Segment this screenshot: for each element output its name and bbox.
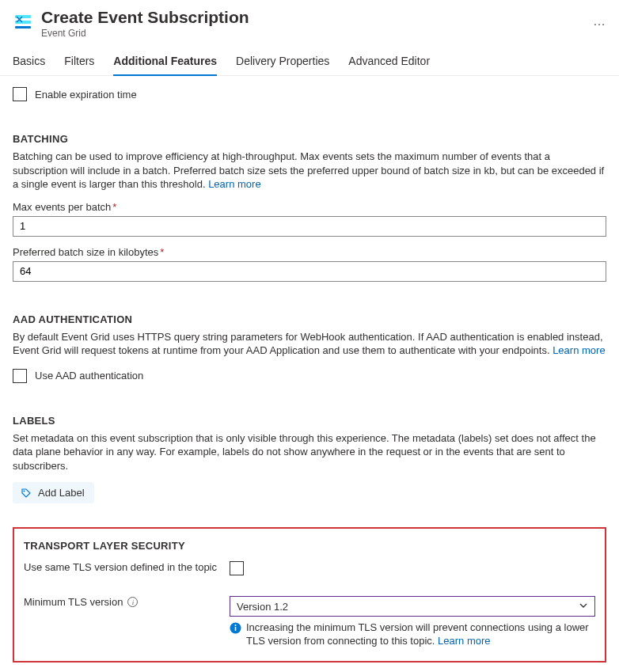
batching-title: BATCHING (13, 133, 606, 145)
batching-section: BATCHING Batching can be used to improve… (13, 133, 606, 282)
tls-info-message: Increasing the minimum TLS version will … (230, 621, 595, 648)
tab-bar: Basics Filters Additional Features Deliv… (0, 48, 619, 76)
tls-title: TRANSPORT LAYER SECURITY (24, 540, 595, 552)
labels-section: LABELS Set metadata on this event subscr… (13, 415, 606, 504)
tls-same-version-label: Use same TLS version defined in the topi… (24, 561, 230, 573)
tls-min-version-select[interactable]: Version 1.2 (230, 596, 595, 617)
svg-point-6 (235, 625, 237, 626)
aad-learn-more-link[interactable]: Learn more (553, 344, 605, 356)
batching-learn-more-link[interactable]: Learn more (208, 178, 260, 190)
enable-expiration-checkbox[interactable] (13, 87, 27, 101)
max-events-label: Max events per batch* (13, 201, 606, 213)
info-icon (230, 622, 241, 634)
aad-section: AAD AUTHENTICATION By default Event Grid… (13, 313, 606, 383)
svg-point-3 (24, 490, 25, 492)
use-aad-checkbox[interactable] (13, 369, 27, 383)
tab-delivery-properties[interactable]: Delivery Properties (236, 48, 329, 75)
page-subtitle: Event Grid (41, 28, 587, 39)
tab-advanced-editor[interactable]: Advanced Editor (348, 48, 430, 75)
svg-rect-5 (235, 627, 237, 631)
tab-additional-features[interactable]: Additional Features (113, 48, 217, 75)
page-header: Create Event Subscription Event Grid … (13, 0, 606, 45)
tls-section: TRANSPORT LAYER SECURITY Use same TLS ve… (13, 527, 606, 663)
tls-min-version-label: Minimum TLS version i (24, 596, 230, 608)
info-icon[interactable]: i (127, 597, 138, 607)
use-aad-label: Use AAD authentication (35, 370, 143, 382)
aad-description: By default Event Grid uses HTTPS query s… (13, 330, 606, 358)
tag-icon (21, 488, 32, 499)
labels-title: LABELS (13, 415, 606, 427)
tls-learn-more-link[interactable]: Learn more (438, 635, 490, 647)
svg-rect-2 (15, 26, 31, 28)
tls-same-version-checkbox[interactable] (230, 561, 244, 575)
event-grid-icon (13, 11, 33, 32)
preferred-batch-size-label: Preferred batch size in kilobytes* (13, 246, 606, 258)
enable-expiration-label: Enable expiration time (35, 89, 137, 101)
aad-title: AAD AUTHENTICATION (13, 313, 606, 325)
labels-description: Set metadata on this event subscription … (13, 431, 606, 473)
add-label-button[interactable]: Add Label (13, 482, 94, 503)
tab-basics[interactable]: Basics (13, 48, 45, 75)
tab-filters[interactable]: Filters (64, 48, 94, 75)
aad-checkbox-row: Use AAD authentication (13, 369, 606, 383)
page-title: Create Event Subscription (41, 8, 587, 27)
chevron-down-icon (579, 601, 588, 613)
more-actions-button[interactable]: … (593, 14, 606, 28)
enable-expiration-row: Enable expiration time (13, 87, 606, 101)
preferred-batch-size-input[interactable] (13, 261, 606, 282)
max-events-input[interactable] (13, 216, 606, 237)
batching-description: Batching can be used to improve efficien… (13, 150, 606, 192)
